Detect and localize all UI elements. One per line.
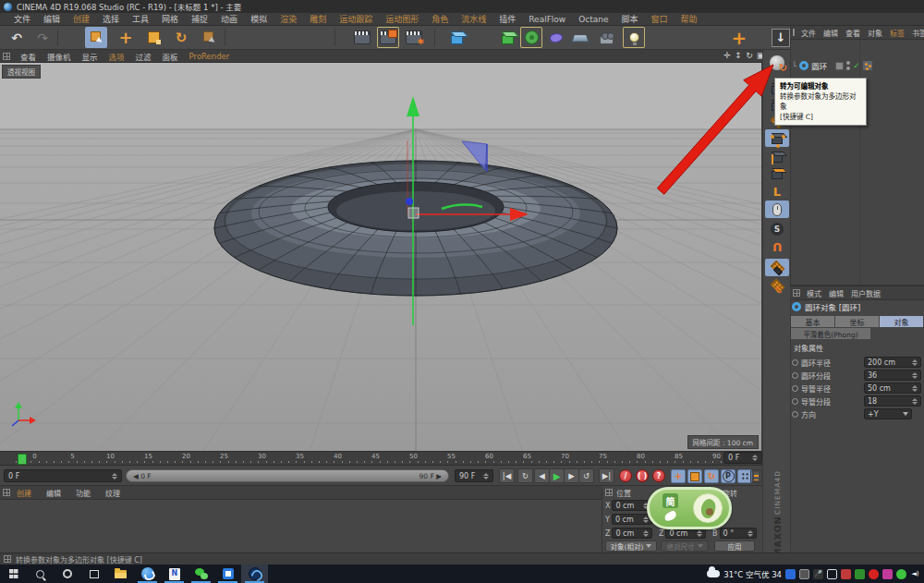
record-keyframe-button[interactable]: / (619, 469, 632, 482)
viewport-menu-item[interactable]: 摄像机 (42, 51, 77, 62)
animation-dot-icon[interactable] (792, 372, 798, 379)
redo-button[interactable] (31, 27, 54, 48)
autokey-button[interactable]: ( ) (636, 469, 649, 482)
panel-grid-icon[interactable] (793, 29, 795, 36)
notes-app-button[interactable] (161, 565, 188, 583)
undo-button[interactable] (6, 27, 28, 48)
size-mode-dropdown[interactable]: 绝对尺寸 (661, 540, 709, 552)
animation-dot-icon[interactable] (792, 398, 798, 405)
browser-button[interactable] (134, 565, 161, 583)
animation-dot-icon[interactable] (792, 385, 798, 392)
layer-tag-icon[interactable] (835, 62, 844, 70)
rotation-b-field[interactable]: 0 ° (720, 528, 757, 539)
zoom-view-icon[interactable]: ↕ (734, 51, 743, 62)
timeline-ruler[interactable]: 051015202530354045505560657075808590 (0, 451, 762, 466)
key-scale-toggle[interactable] (687, 469, 702, 483)
microphone-icon[interactable]: 🎤 (813, 569, 823, 579)
wechat-button[interactable] (188, 565, 214, 583)
key-position-toggle[interactable]: + (671, 469, 686, 483)
attribute-tab-phong[interactable]: 平滑着色(Phong) (791, 328, 870, 339)
subdivision-surface-button[interactable] (496, 27, 518, 48)
menubar-item[interactable]: RealFlow (522, 15, 572, 24)
goto-start-button[interactable]: |◀ (499, 468, 515, 483)
attribute-menu-item[interactable]: 模式 (804, 288, 824, 298)
menubar-item[interactable]: 帮助 (675, 13, 704, 25)
view-label[interactable]: 透视视图 (2, 65, 41, 79)
workplane-align-button[interactable] (765, 277, 789, 295)
make-editable-button[interactable] (765, 54, 789, 71)
antivirus-icon[interactable] (841, 569, 851, 579)
menubar-item[interactable]: 编辑 (37, 13, 67, 25)
attribute-menu-item[interactable]: 编辑 (826, 288, 846, 298)
light-button[interactable] (623, 27, 645, 48)
render-picture-viewer-button[interactable] (377, 27, 399, 48)
keyframe-selection-record-button[interactable]: ? (652, 469, 665, 482)
menubar-item[interactable]: 角色 (425, 13, 455, 25)
material-menu-item[interactable]: 编辑 (43, 488, 64, 498)
menubar-item[interactable]: 文件 (7, 13, 37, 25)
panel-grid-icon[interactable] (3, 489, 10, 496)
viewport-menu-item[interactable]: 过滤 (130, 51, 157, 62)
weather-icon[interactable] (707, 570, 720, 577)
goto-end-button[interactable]: ▶| (599, 468, 614, 483)
volume-icon[interactable]: ◄) (910, 569, 920, 579)
attribute-tab[interactable]: 对象 (880, 316, 923, 327)
viewport-menu-item[interactable]: 选项 (103, 51, 130, 62)
soft-selection-button[interactable]: S (765, 220, 789, 237)
cortana-button[interactable] (54, 565, 80, 583)
object-manager-menu-item[interactable]: 书签 (909, 28, 924, 38)
timeline-scrubber[interactable]: ◀ 0 F 90 F ▶ (126, 469, 449, 482)
polygons-mode-button[interactable] (765, 164, 789, 182)
menubar-item[interactable]: 脚本 (615, 13, 645, 25)
menubar-item[interactable]: 捕捉 (185, 13, 214, 25)
wechat-tray-icon[interactable] (896, 569, 906, 579)
security-shield-icon[interactable] (785, 569, 796, 579)
coordinate-mode-dropdown[interactable]: 对象(相对) (605, 540, 657, 552)
ime-lang-label[interactable]: 简 (663, 493, 678, 508)
download-button[interactable] (770, 27, 792, 48)
menubar-item[interactable]: 雕刻 (303, 13, 333, 25)
menubar-item[interactable]: 渲染 (274, 13, 303, 25)
apply-button[interactable]: 应用 (714, 540, 755, 552)
viewport-menu-item[interactable]: ProRender (184, 52, 236, 61)
ring-segments-field[interactable]: 36 (864, 370, 921, 381)
object-manager-menu-item[interactable]: 标签 (887, 28, 907, 38)
edges-mode-button[interactable] (765, 148, 789, 165)
menubar-item[interactable]: 运动图形 (379, 13, 425, 25)
start-button[interactable] (0, 565, 27, 583)
object-manager-menu-item[interactable]: 查看 (843, 28, 863, 38)
snap-button[interactable]: U (765, 238, 789, 256)
file-explorer-button[interactable] (107, 565, 134, 583)
rotate-tool-button[interactable] (170, 27, 192, 48)
key-rotation-toggle[interactable]: ↻ (704, 469, 719, 483)
ime-badge[interactable]: 简 (647, 487, 732, 529)
pipe-segments-field[interactable]: 18 (864, 395, 921, 407)
menubar-item[interactable]: 创建 (67, 13, 96, 25)
points-mode-button[interactable] (765, 129, 789, 147)
rotate-view-icon[interactable]: ↻ (745, 51, 754, 62)
current-frame-field[interactable]: 0 F (723, 452, 762, 464)
camera-button[interactable] (595, 27, 617, 48)
last-tool-button[interactable] (198, 27, 220, 48)
phong-tag-icon[interactable] (863, 61, 872, 70)
gpu-icon[interactable] (855, 569, 865, 579)
attribute-tab[interactable]: 基本 (791, 316, 834, 327)
material-menu-item[interactable]: 创建 (14, 488, 34, 498)
cinema4d-taskbar-button[interactable] (241, 565, 268, 583)
visibility-dots-icon[interactable] (846, 61, 850, 70)
panel-grid-icon[interactable] (3, 53, 10, 60)
object-manager-menu-item[interactable]: 对象 (865, 28, 885, 38)
viewport-menu-item[interactable]: 面板 (157, 51, 184, 62)
key-parameter-toggle[interactable] (721, 469, 736, 483)
viewport[interactable]: 透视视图 网格间距 : 100 cm (0, 63, 762, 451)
live-selection-button[interactable] (85, 27, 107, 48)
settings-tray-icon[interactable] (799, 569, 809, 579)
frame-number-field[interactable]: 0 F (4, 469, 122, 482)
axis-mode-button[interactable]: L (765, 183, 789, 200)
display-icon[interactable] (827, 569, 837, 579)
orientation-dropdown[interactable]: +Y (864, 408, 912, 419)
interface-plus-button[interactable] (728, 27, 750, 48)
menubar-item[interactable]: 网格 (155, 13, 185, 25)
material-menu-item[interactable]: 功能 (73, 488, 93, 498)
animation-dot-icon[interactable] (792, 411, 798, 418)
